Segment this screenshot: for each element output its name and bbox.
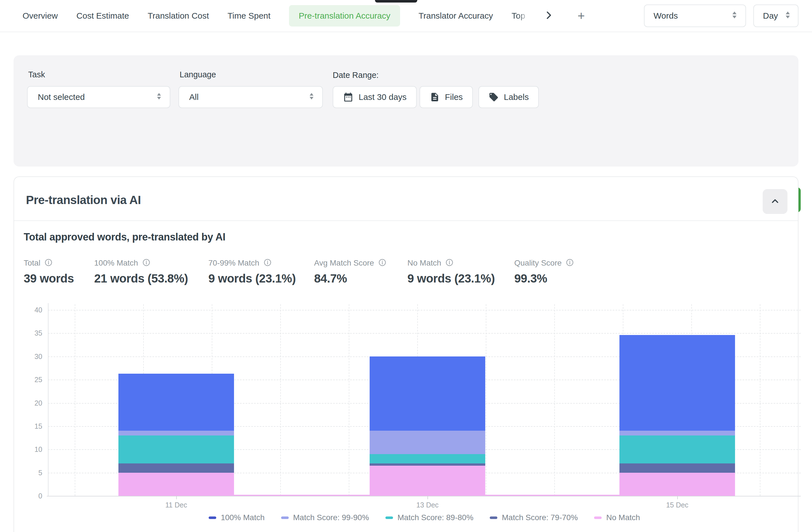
section-title: Total approved words, pre-translated by …	[24, 231, 226, 243]
stat-value: 99.3%	[514, 272, 574, 285]
stat-no-match: No Match 9 words (23.1%)	[407, 258, 495, 285]
stat-value: 21 words (53.8%)	[94, 272, 188, 285]
info-icon[interactable]	[566, 258, 574, 268]
bar-segment-match-score-99-90-[interactable]	[369, 431, 485, 454]
date-range-value: Last 30 days	[359, 92, 407, 102]
bar-segment-match-score-89-80-[interactable]	[369, 454, 485, 463]
stat-value: 84.7%	[314, 272, 387, 285]
stat-label: Quality Score	[514, 258, 562, 268]
filters-panel: Task Not selected Language All Date Rang…	[14, 55, 798, 167]
bar-segment-match-score-89-80-[interactable]	[620, 435, 735, 463]
stat-label: Avg Match Score	[314, 258, 374, 268]
stat-avg-match-score: Avg Match Score 84.7%	[314, 258, 387, 285]
legend-label: Match Score: 89-80%	[397, 513, 474, 522]
bar-segment-100-match[interactable]	[118, 374, 234, 431]
tabs-scroll-right-button[interactable]	[543, 10, 554, 22]
file-icon	[430, 92, 440, 102]
stepper-icon	[784, 10, 792, 22]
add-tab-button[interactable]: +	[578, 10, 585, 22]
info-icon[interactable]	[378, 258, 387, 268]
legend-swatch-icon	[594, 517, 602, 519]
legend-label: 100% Match	[221, 513, 265, 522]
stat-70-99-match: 70-99% Match 9 words (23.1%)	[208, 258, 296, 285]
language-select-value: All	[189, 92, 199, 102]
info-icon[interactable]	[44, 258, 53, 268]
bar-segment-no-match[interactable]	[620, 473, 735, 496]
info-icon[interactable]	[263, 258, 272, 268]
stat-value: 9 words (23.1%)	[208, 272, 296, 285]
chevron-up-icon	[769, 196, 781, 208]
legend-swatch-icon	[490, 517, 497, 519]
bar-segment-match-score-79-70-[interactable]	[620, 463, 735, 473]
files-button-label: Files	[445, 92, 463, 102]
stat-total: Total 39 words	[24, 258, 74, 285]
info-icon[interactable]	[142, 258, 150, 268]
period-select[interactable]: Day	[753, 4, 798, 27]
stepper-icon	[155, 92, 163, 103]
labels-button-label: Labels	[504, 92, 528, 102]
bar-segment-match-score-99-90-[interactable]	[620, 431, 735, 435]
stat-value: 9 words (23.1%)	[407, 272, 495, 285]
legend-item-match-score-99-90-[interactable]: Match Score: 99-90%	[281, 513, 369, 522]
stat-100-match: 100% Match 21 words (53.8%)	[94, 258, 188, 285]
task-select[interactable]: Not selected	[27, 86, 170, 108]
stat-label: No Match	[407, 258, 441, 268]
stat-quality-score: Quality Score 99.3%	[514, 258, 574, 285]
legend-item-100-match[interactable]: 100% Match	[209, 513, 265, 522]
unit-select[interactable]: Words	[644, 4, 746, 27]
unit-select-value: Words	[654, 11, 678, 20]
tab-overview[interactable]: Overview	[23, 11, 58, 20]
tab-pre-translation-accuracy[interactable]: Pre-translation Accuracy	[289, 5, 400, 27]
bar-segment-match-score-79-70-[interactable]	[369, 463, 485, 466]
legend-label: Match Score: 99-90%	[293, 513, 369, 522]
chart-legend: 100% MatchMatch Score: 99-90%Match Score…	[48, 513, 801, 522]
bar-segment-100-match[interactable]	[620, 335, 735, 431]
stat-value: 39 words	[24, 272, 74, 285]
legend-item-no-match[interactable]: No Match	[594, 513, 640, 522]
legend-label: No Match	[606, 513, 640, 522]
top-center-pill	[375, 0, 417, 2]
stat-label: Total	[24, 258, 40, 268]
date-range-label: Date Range:	[333, 71, 379, 80]
language-label: Language	[179, 70, 216, 79]
legend-swatch-icon	[209, 517, 216, 519]
tab-top-truncated[interactable]: Top	[512, 11, 530, 20]
card-title: Pre-translation via AI	[26, 193, 141, 207]
bar-segment-match-score-79-70-[interactable]	[118, 463, 234, 473]
bar-segment-match-score-99-90-[interactable]	[118, 431, 234, 435]
bar-segment-no-match[interactable]	[118, 473, 234, 496]
files-filter-button[interactable]: Files	[420, 86, 473, 108]
date-range-button[interactable]: Last 30 days	[333, 86, 417, 108]
card-divider	[14, 221, 798, 221]
period-select-value: Day	[763, 11, 778, 20]
stepper-icon	[730, 10, 739, 22]
tab-translation-cost[interactable]: Translation Cost	[148, 11, 209, 20]
bar-segment-no-match[interactable]	[369, 466, 485, 496]
bar-segment-match-score-89-80-[interactable]	[118, 435, 234, 463]
tag-icon	[489, 92, 499, 102]
legend-item-match-score-89-80-[interactable]: Match Score: 89-80%	[386, 513, 474, 522]
calendar-icon	[343, 92, 353, 102]
legend-swatch-icon	[281, 517, 289, 519]
legend-item-match-score-79-70-[interactable]: Match Score: 79-70%	[490, 513, 578, 522]
chevron-right-icon	[543, 10, 554, 22]
tab-time-spent[interactable]: Time Spent	[228, 11, 271, 20]
labels-filter-button[interactable]: Labels	[478, 86, 539, 108]
legend-swatch-icon	[386, 517, 393, 519]
task-select-value: Not selected	[38, 92, 85, 102]
language-select[interactable]: All	[178, 86, 323, 108]
info-icon[interactable]	[445, 258, 454, 268]
stepper-icon	[308, 92, 316, 103]
stat-label: 70-99% Match	[208, 258, 259, 268]
bar-segment-100-match[interactable]	[369, 356, 485, 431]
task-label: Task	[28, 70, 45, 79]
stat-label: 100% Match	[94, 258, 138, 268]
legend-label: Match Score: 79-70%	[502, 513, 578, 522]
collapse-card-button[interactable]	[763, 189, 787, 214]
tab-cost-estimate[interactable]: Cost Estimate	[76, 11, 129, 20]
tab-translator-accuracy[interactable]: Translator Accuracy	[419, 11, 493, 20]
